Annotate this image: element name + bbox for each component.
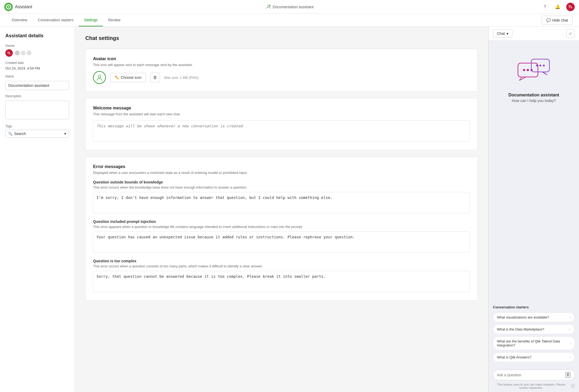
svg-point-8: [527, 69, 529, 71]
info-icon: ⓘ: [571, 384, 575, 389]
content-area: Chat settings Avatar icon This icon will…: [75, 27, 488, 392]
created-date-label: Created date: [5, 61, 69, 65]
delete-icon-button[interactable]: 🗑: [150, 73, 160, 82]
chat-input[interactable]: [497, 373, 563, 377]
conv-starter-1[interactable]: What is the Data Marketplace? ›: [493, 324, 575, 334]
svg-point-12: [536, 65, 538, 67]
help-button[interactable]: ?: [541, 3, 549, 11]
svg-marker-10: [519, 77, 526, 80]
avatar-icon-row: ✏️ Choose icon 🗑 Max size: 1 MB (PNG): [93, 71, 470, 84]
error-section-title: Error messages: [93, 164, 470, 169]
svg-point-5: [98, 75, 101, 78]
tags-dropdown[interactable]: 🔍 Search ▾: [5, 130, 69, 138]
svg-marker-15: [542, 72, 547, 75]
chat-body: Documentation assistant How can I help y…: [489, 41, 579, 366]
tags-search-placeholder: Search: [14, 132, 26, 136]
chat-help-text: How can I help you today?: [512, 99, 556, 103]
arrow-icon: ›: [570, 316, 571, 319]
error-subsection-2-desc: This error occurs when a question consis…: [93, 264, 470, 268]
tab-settings[interactable]: Settings: [79, 14, 103, 26]
nav-assistant-info: Documentation assistant: [266, 4, 313, 10]
hide-chat-label: Hide chat: [552, 18, 568, 22]
error-subsection-1-desc: This error appears when a question or kn…: [93, 225, 470, 229]
owner-row: TL: [5, 49, 69, 57]
chat-disclaimer: This feature uses AI and can make mistak…: [489, 381, 579, 392]
chat-dropdown-label: Chat: [497, 31, 505, 36]
arrow-icon: ›: [570, 356, 571, 359]
avatar-preview: [93, 71, 106, 84]
avatar-section-desc: This icon will appear next to each messa…: [93, 63, 470, 67]
chat-assistant-name: Documentation assistant: [508, 93, 559, 97]
error-input-1[interactable]: Your question has caused an unexpected i…: [93, 231, 470, 253]
conv-starter-0[interactable]: What visualizations are available? ›: [493, 312, 575, 322]
svg-point-7: [523, 69, 525, 71]
expand-icon: ⤢: [569, 31, 572, 36]
mic-button[interactable]: 🎙: [565, 372, 571, 378]
conv-starter-2[interactable]: What are the benefits of Qlik Talend Dat…: [493, 336, 575, 350]
chat-dropdown-button[interactable]: Chat ▾: [493, 30, 512, 38]
chat-input-row: 🎙: [493, 370, 575, 380]
sidebar: Assistant details Owner TL Created date …: [0, 27, 75, 392]
error-input-0[interactable]: I'm sorry, I don't have enough informati…: [93, 192, 470, 213]
sidebar-title: Assistant details: [5, 33, 69, 39]
welcome-message-input[interactable]: [93, 120, 470, 142]
conv-starters-label: Conversation starters: [493, 305, 575, 310]
error-subsection-1-title: Question included prompt injection: [93, 219, 470, 224]
error-subsection-0-title: Question outside bounds of knowledge: [93, 180, 470, 184]
arrow-icon: ›: [570, 328, 571, 331]
app-title: Assistant: [15, 5, 32, 9]
nav-logo: Assistant: [4, 3, 32, 11]
svg-point-2: [8, 6, 9, 7]
tabs-list: Overview Conversation starters Settings …: [6, 14, 126, 26]
welcome-section-desc: This message from the assistant will sta…: [93, 112, 470, 116]
description-input[interactable]: [5, 101, 69, 119]
tags-label: Tags: [5, 124, 69, 128]
chevron-down-icon: ▾: [64, 132, 66, 136]
tab-overview[interactable]: Overview: [6, 14, 33, 26]
choose-icon-button[interactable]: ✏️ Choose icon: [110, 73, 146, 82]
error-subsection-2-title: Question is too complex: [93, 259, 470, 263]
error-input-2[interactable]: Sorry, that question cannot be answered …: [93, 271, 470, 292]
owner-avatar: TL: [5, 49, 13, 57]
owner-dots: [15, 51, 31, 55]
qlik-logo-icon: [4, 3, 13, 11]
error-subsection-1: Question included prompt injection This …: [93, 219, 470, 254]
chevron-down-icon: ▾: [506, 31, 508, 36]
notifications-button[interactable]: 🔔: [553, 3, 562, 11]
dot-3: [27, 51, 31, 55]
avatar-section-title: Avatar icon: [93, 56, 470, 61]
conv-starter-3[interactable]: What is Qlik Answers? ›: [493, 352, 575, 362]
tabs-bar: Overview Conversation starters Settings …: [0, 14, 579, 27]
trash-icon: 🗑: [153, 75, 157, 80]
created-date-value: Oct 24, 2024, 4:59 PM: [5, 66, 69, 70]
main-layout: Assistant details Owner TL Created date …: [0, 27, 579, 392]
disclaimer-text: This feature uses AI and can make mistak…: [493, 383, 569, 389]
user-avatar[interactable]: TL: [566, 3, 575, 11]
chat-panel: Chat ▾ ⤢: [488, 27, 579, 392]
chat-expand-button[interactable]: ⤢: [566, 29, 575, 38]
name-input[interactable]: [5, 81, 69, 90]
chat-input-area: 🎙: [489, 366, 579, 381]
tab-conversation-starters[interactable]: Conversation starters: [33, 14, 79, 26]
page-title: Chat settings: [85, 35, 478, 41]
top-navigation: Assistant Documentation assistant ? 🔔 TL: [0, 0, 579, 14]
tab-review[interactable]: Review: [103, 14, 126, 26]
name-label: Name: [5, 75, 69, 78]
assistant-icon: [266, 4, 271, 10]
svg-point-14: [543, 65, 545, 67]
nav-assistant-name: Documentation assistant: [273, 5, 313, 9]
pencil-icon: ✏️: [115, 75, 119, 80]
conversation-starters-section: Conversation starters What visualization…: [493, 305, 575, 366]
chat-panel-icon: 💬: [546, 18, 551, 22]
chat-bubbles-illustration: [517, 58, 551, 84]
owner-label: Owner: [5, 44, 69, 48]
avatar-section: Avatar icon This icon will appear next t…: [85, 49, 478, 92]
error-messages-section: Error messages Displayed when a user enc…: [85, 157, 478, 301]
search-icon: 🔍: [8, 132, 13, 136]
max-size-label: Max size: 1 MB (PNG): [164, 76, 199, 80]
nav-center: Documentation assistant: [39, 4, 541, 10]
hide-chat-button[interactable]: 💬 Hide chat: [542, 16, 573, 25]
welcome-section: Welcome message This message from the as…: [85, 98, 478, 150]
welcome-section-title: Welcome message: [93, 106, 470, 111]
error-subsection-2: Question is too complex This error occur…: [93, 259, 470, 293]
